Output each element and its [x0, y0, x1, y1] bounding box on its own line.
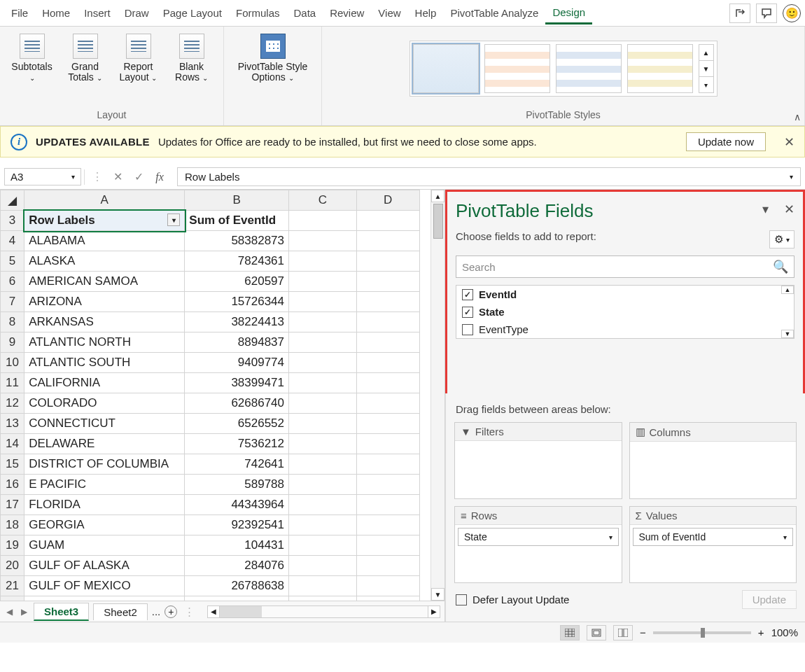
row-header[interactable]: 10: [1, 353, 24, 373]
cell[interactable]: 104431: [185, 536, 289, 556]
pivottable-style-options-button[interactable]: PivotTable Style Options ⌄: [231, 31, 314, 86]
field-checkbox[interactable]: [462, 324, 473, 335]
cell[interactable]: FLORIDA: [24, 495, 185, 515]
row-header[interactable]: 15: [1, 454, 24, 475]
tab-design[interactable]: Design: [545, 2, 592, 24]
row-header[interactable]: 7: [1, 292, 24, 312]
cell[interactable]: 9409774: [185, 353, 289, 373]
cell[interactable]: 58382873: [185, 231, 289, 251]
tab-help[interactable]: Help: [408, 3, 444, 23]
zoom-level[interactable]: 100%: [771, 626, 798, 638]
new-sheet-button[interactable]: +: [164, 606, 177, 618]
enter-formula-icon[interactable]: ✓: [128, 170, 149, 183]
cell[interactable]: 742641: [185, 454, 289, 475]
cell[interactable]: HAWAII: [24, 596, 185, 601]
subtotals-button[interactable]: Subtotals⌄: [8, 31, 57, 86]
row-header[interactable]: 21: [1, 576, 24, 596]
ribbon-collapse-icon[interactable]: ∧: [794, 111, 801, 122]
row-header[interactable]: 3: [1, 211, 24, 231]
pivottable-styles-gallery[interactable]: ▲ ▼ ▾: [410, 41, 718, 97]
sheet-tabs-more[interactable]: ...: [152, 606, 161, 617]
horizontal-scrollbar[interactable]: ◀ ▶: [207, 606, 440, 618]
columns-area[interactable]: ▥Columns: [629, 422, 797, 499]
cell[interactable]: 7824361: [185, 251, 289, 272]
row-header[interactable]: 17: [1, 495, 24, 515]
scroll-up-icon[interactable]: ▲: [431, 190, 444, 202]
sheet-tab-sheet3[interactable]: Sheet3: [34, 603, 89, 621]
sheet-nav-next-icon[interactable]: ▶: [19, 607, 29, 617]
rows-item-state[interactable]: State▾: [458, 528, 619, 546]
name-box[interactable]: A3▾: [4, 168, 81, 186]
col-header-b[interactable]: B: [185, 190, 289, 211]
scroll-down-icon[interactable]: ▼: [431, 588, 444, 601]
cell[interactable]: 16479873: [185, 596, 289, 601]
hscroll-right-icon[interactable]: ▶: [428, 606, 440, 618]
update-button[interactable]: Update: [742, 590, 797, 609]
fieldlist-scroll-up-icon[interactable]: ▲: [781, 286, 794, 294]
page-layout-view-button[interactable]: [587, 625, 606, 640]
cell[interactable]: ALABAMA: [24, 231, 185, 251]
cell[interactable]: CALIFORNIA: [24, 373, 185, 393]
rows-area[interactable]: ≡Rows State▾: [454, 506, 622, 583]
cell[interactable]: GULF OF MEXICO: [24, 576, 185, 596]
values-area[interactable]: ΣValues Sum of EventId▾: [629, 506, 797, 583]
row-header[interactable]: 22: [1, 596, 24, 601]
cell[interactable]: ARKANSAS: [24, 312, 185, 332]
normal-view-button[interactable]: [560, 625, 580, 640]
cell[interactable]: 92392541: [185, 515, 289, 536]
namebox-more-icon[interactable]: ⋮: [92, 170, 103, 183]
style-thumb-2[interactable]: [484, 44, 550, 93]
row-header[interactable]: 19: [1, 536, 24, 556]
row-header[interactable]: 13: [1, 414, 24, 434]
tab-data[interactable]: Data: [286, 3, 323, 23]
row-header[interactable]: 18: [1, 515, 24, 536]
style-thumb-1[interactable]: [413, 44, 479, 93]
cell[interactable]: 38224413: [185, 312, 289, 332]
cell[interactable]: GULF OF ALASKA: [24, 556, 185, 576]
gallery-more-icon[interactable]: ▾: [699, 77, 713, 92]
zoom-out-button[interactable]: −: [640, 626, 646, 638]
cell[interactable]: ATLANTIC SOUTH: [24, 353, 185, 373]
cell[interactable]: ARIZONA: [24, 292, 185, 312]
sheet-tab-sheet2[interactable]: Sheet2: [93, 603, 148, 620]
cancel-formula-icon[interactable]: ✕: [107, 170, 128, 183]
scroll-thumb[interactable]: [433, 204, 443, 239]
pivot-table[interactable]: ◢ A B C D 3Row Labels▾Sum of EventId4ALA…: [0, 190, 420, 601]
blank-rows-button[interactable]: Blank Rows ⌄: [167, 31, 216, 86]
tab-view[interactable]: View: [371, 3, 407, 23]
row-header[interactable]: 9: [1, 332, 24, 353]
row-header[interactable]: 4: [1, 231, 24, 251]
zoom-in-button[interactable]: +: [758, 626, 764, 638]
cell[interactable]: 44343964: [185, 495, 289, 515]
field-item[interactable]: ✓EventId: [456, 286, 794, 303]
tab-pivottable-analyze[interactable]: PivotTable Analyze: [443, 3, 545, 23]
row-header[interactable]: 5: [1, 251, 24, 272]
share-button[interactable]: [729, 4, 750, 23]
cell[interactable]: AMERICAN SAMOA: [24, 272, 185, 292]
field-search-input[interactable]: Search 🔍: [456, 255, 794, 278]
pane-close-icon[interactable]: ✕: [784, 202, 794, 217]
field-item[interactable]: EventType: [456, 321, 794, 338]
cell[interactable]: 589788: [185, 475, 289, 495]
cell[interactable]: 620597: [185, 272, 289, 292]
fieldlist-scroll-down-icon[interactable]: ▼: [781, 330, 794, 338]
cell[interactable]: GUAM: [24, 536, 185, 556]
values-item-sum-eventid[interactable]: Sum of EventId▾: [633, 528, 794, 546]
pane-menu-icon[interactable]: ▾: [762, 202, 769, 217]
fx-icon[interactable]: fx: [149, 171, 170, 183]
pane-settings-button[interactable]: ⚙▾: [769, 230, 794, 248]
row-header[interactable]: 16: [1, 475, 24, 495]
cell[interactable]: 62686740: [185, 393, 289, 414]
page-break-view-button[interactable]: [613, 625, 633, 640]
cell[interactable]: 26788638: [185, 576, 289, 596]
tab-file[interactable]: File: [4, 3, 35, 23]
row-header[interactable]: 20: [1, 556, 24, 576]
row-header[interactable]: 8: [1, 312, 24, 332]
row-header[interactable]: 14: [1, 434, 24, 454]
zoom-slider[interactable]: [653, 631, 751, 634]
field-checkbox[interactable]: ✓: [462, 307, 473, 318]
vertical-scrollbar[interactable]: ▲ ▼: [430, 190, 444, 601]
row-header[interactable]: 6: [1, 272, 24, 292]
cell[interactable]: DELAWARE: [24, 434, 185, 454]
col-header-a[interactable]: A: [24, 190, 185, 211]
